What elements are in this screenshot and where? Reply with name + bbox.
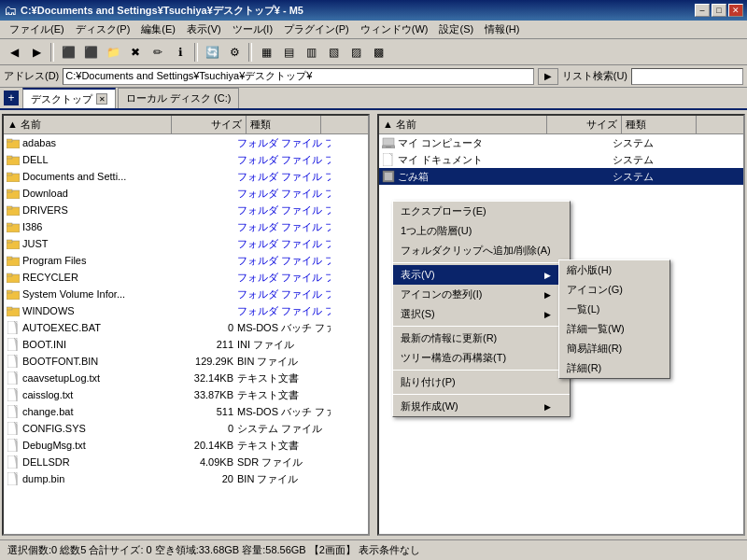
right-file-row[interactable]: マイ コンピュータシステム xyxy=(379,134,743,151)
left-file-row[interactable]: DELLSDR4.09KBSDR ファイル xyxy=(4,454,368,470)
svg-rect-21 xyxy=(7,307,12,310)
left-col-name[interactable]: ▲ 名前 xyxy=(4,116,172,133)
tab-desktop[interactable]: デスクトップ ✕ xyxy=(22,88,116,108)
left-file-row[interactable]: JUSTフォルダ ファイル フォルダ xyxy=(4,235,368,252)
context-menu-item-label: 新規作成(W) xyxy=(401,399,458,413)
context-menu-item[interactable]: 貼り付け(P) xyxy=(393,372,570,392)
move-button[interactable]: ⬛ xyxy=(80,42,101,63)
left-file-row[interactable]: DELLフォルダ ファイル フォルダ xyxy=(4,151,368,168)
tab-desktop-close[interactable]: ✕ xyxy=(96,93,107,105)
left-file-row[interactable]: RECYCLERフォルダ ファイル フォルダ xyxy=(4,269,368,286)
context-menu-item[interactable]: アイコンの整列(I)▶ xyxy=(393,285,570,304)
left-file-row[interactable]: CONFIG.SYS0システム ファイル xyxy=(4,420,368,437)
menu-item-menu-view[interactable]: 表示(V) xyxy=(181,21,227,38)
menu-item-menu-info[interactable]: 情報(H) xyxy=(479,21,525,38)
address-input[interactable] xyxy=(63,68,533,85)
context-menu-item[interactable]: エクスプローラ(E) xyxy=(393,202,570,221)
left-col-size[interactable]: サイズ xyxy=(172,116,247,133)
add-tab-button[interactable]: + xyxy=(4,91,19,105)
pane-splitter[interactable] xyxy=(372,110,375,539)
file-size-label: 32.14KB xyxy=(172,372,237,384)
rename-button[interactable]: ✏ xyxy=(148,42,168,63)
sub-context-menu-item[interactable]: 簡易詳細(R) xyxy=(559,339,669,358)
file-size-label: 211 xyxy=(172,339,237,350)
menu-item-menu-disk[interactable]: ディスク(P) xyxy=(70,21,136,38)
svg-rect-13 xyxy=(7,240,12,243)
context-menu-item[interactable]: 1つ上の階層(U) xyxy=(393,221,570,241)
left-file-row[interactable]: System Volume Infor...フォルダ ファイル フォルダ xyxy=(4,286,368,302)
svg-rect-34 xyxy=(386,147,391,147)
left-file-row[interactable]: dump.bin20BIN ファイル xyxy=(4,470,368,487)
left-file-row[interactable]: Documents and Setti...フォルダ ファイル フォルダ xyxy=(4,168,368,185)
menu-item-menu-settings[interactable]: 設定(S) xyxy=(433,21,479,38)
maximize-button[interactable]: □ xyxy=(712,4,726,17)
view-btn-4[interactable]: ▧ xyxy=(323,42,344,63)
sub-context-menu-item[interactable]: アイコン(G) xyxy=(559,280,669,300)
svg-rect-9 xyxy=(7,206,12,209)
svg-rect-19 xyxy=(7,290,12,293)
context-menu-item[interactable]: ツリー構造の再構築(T) xyxy=(393,348,570,368)
menu-item-menu-plugin[interactable]: プラグイン(P) xyxy=(278,21,355,38)
address-go-button[interactable]: ▶ xyxy=(538,68,558,85)
file-icon xyxy=(6,438,21,453)
view-btn-1[interactable]: ▦ xyxy=(256,42,276,63)
sub-context-menu-item[interactable]: 縮小版(H) xyxy=(559,260,669,280)
left-file-list[interactable]: adabasフォルダ ファイル フォルダDELLフォルダ ファイル フォルダDo… xyxy=(4,134,368,534)
right-col-size[interactable]: サイズ xyxy=(547,116,622,133)
left-file-row[interactable]: BOOT.INI211INI ファイル xyxy=(4,336,368,353)
copy-button[interactable]: ⬛ xyxy=(58,42,78,63)
tab-local-disk[interactable]: ローカル ディスク (C:) xyxy=(118,88,239,108)
file-size-label: 511 xyxy=(172,406,237,417)
left-file-row[interactable]: AUTOEXEC.BAT0MS-DOS バッチ ファイル xyxy=(4,319,368,336)
new-folder-button[interactable]: 📁 xyxy=(103,42,123,63)
left-file-row[interactable]: change.bat511MS-DOS バッチ ファイル xyxy=(4,403,368,420)
right-file-type: システム xyxy=(613,170,687,184)
left-file-row[interactable]: DRIVERSフォルダ ファイル フォルダ xyxy=(4,202,368,218)
left-file-row[interactable]: I386フォルダ ファイル フォルダ xyxy=(4,218,368,235)
view-btn-6[interactable]: ▩ xyxy=(368,42,388,63)
minimize-button[interactable]: – xyxy=(695,4,710,17)
file-icon xyxy=(6,337,21,352)
context-menu-item[interactable]: 新規作成(W)▶ xyxy=(393,397,570,416)
sub-context-menu-item[interactable]: 詳細一覧(W) xyxy=(559,319,669,339)
svg-rect-1 xyxy=(7,139,12,142)
menu-item-menu-edit[interactable]: 編集(E) xyxy=(135,21,181,38)
file-type-label: フォルダ ファイル フォルダ xyxy=(237,287,331,301)
context-menu-item[interactable]: 選択(S)▶ xyxy=(393,304,570,324)
terminal-button[interactable]: ⚙ xyxy=(224,42,245,63)
view-btn-2[interactable]: ▤ xyxy=(278,42,299,63)
svg-rect-15 xyxy=(7,257,12,259)
left-col-type[interactable]: 種類 xyxy=(247,116,321,133)
file-name-label: WINDOWS xyxy=(22,305,172,316)
sub-context-menu-item[interactable]: 詳細(R) xyxy=(559,358,669,378)
left-file-row[interactable]: DebugMsg.txt20.14KBテキスト文書 xyxy=(4,437,368,454)
context-menu-item[interactable]: 表示(V)▶ xyxy=(393,265,570,285)
right-col-type[interactable]: 種類 xyxy=(622,116,697,133)
left-file-row[interactable]: caavsetupLog.txt32.14KBテキスト文書 xyxy=(4,370,368,386)
forward-button[interactable]: ▶ xyxy=(26,42,47,63)
left-file-row[interactable]: Downloadフォルダ ファイル フォルダ xyxy=(4,185,368,202)
menu-item-menu-file[interactable]: ファイル(E) xyxy=(4,21,70,38)
svg-rect-7 xyxy=(7,189,12,192)
context-menu-item[interactable]: 最新の情報に更新(R) xyxy=(393,329,570,348)
right-file-row[interactable]: ごみ箱システム xyxy=(379,168,743,185)
menu-item-menu-tools[interactable]: ツール(I) xyxy=(227,21,278,38)
left-file-row[interactable]: caisslog.txt33.87KBテキスト文書 xyxy=(4,386,368,403)
right-file-row[interactable]: マイ ドキュメントシステム xyxy=(379,151,743,168)
left-file-row[interactable]: Program Filesフォルダ ファイル フォルダ xyxy=(4,252,368,269)
menu-item-menu-window[interactable]: ウィンドウ(W) xyxy=(355,21,434,38)
context-menu-item[interactable]: フォルダクリップへ追加/削除(A) xyxy=(393,241,570,260)
close-button[interactable]: ✕ xyxy=(728,4,743,17)
refresh-button[interactable]: 🔄 xyxy=(202,42,222,63)
left-file-row[interactable]: WINDOWSフォルダ ファイル フォルダ xyxy=(4,302,368,319)
sub-context-menu-item[interactable]: 一覧(L) xyxy=(559,300,669,319)
properties-button[interactable]: ℹ xyxy=(170,42,190,63)
left-file-row[interactable]: adabasフォルダ ファイル フォルダ xyxy=(4,134,368,151)
right-col-name[interactable]: ▲ 名前 xyxy=(379,116,547,133)
view-btn-3[interactable]: ▥ xyxy=(301,42,321,63)
search-input[interactable] xyxy=(631,68,743,85)
view-btn-5[interactable]: ▨ xyxy=(345,42,366,63)
delete-button[interactable]: ✖ xyxy=(125,42,146,63)
left-file-row[interactable]: BOOTFONT.BIN129.29KBIN ファイル xyxy=(4,353,368,370)
back-button[interactable]: ◀ xyxy=(4,42,24,63)
